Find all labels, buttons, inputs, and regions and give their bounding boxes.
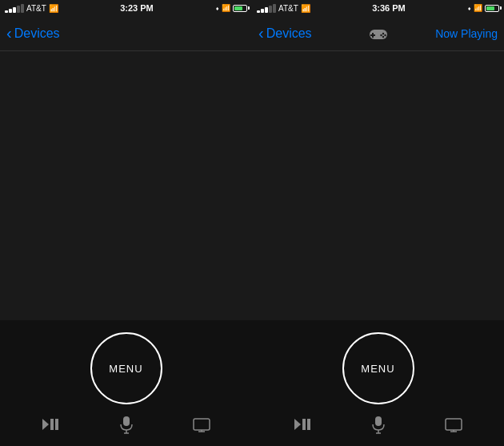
status-bar-1: AT&T 📶 3:23 PM ⬧ 📶: [0, 0, 252, 16]
battery-fill-1: [234, 6, 242, 10]
carrier-2: AT&T: [278, 4, 298, 13]
svg-rect-2: [55, 419, 58, 430]
status-right-1: ⬧ 📶: [215, 4, 247, 12]
back-label-1: Devices: [14, 26, 60, 41]
screen-button-2[interactable]: [445, 418, 462, 432]
screen-button-1[interactable]: [193, 418, 210, 432]
bottom-controls-2: MENU: [252, 320, 504, 446]
back-label-2: Devices: [266, 26, 312, 41]
svg-rect-17: [302, 419, 306, 430]
time-1: 3:23 PM: [120, 3, 154, 13]
main-content-1: [0, 51, 252, 320]
back-button-2[interactable]: ‹ Devices: [258, 26, 312, 41]
signal-right-icon-2: 📶: [474, 4, 482, 12]
battery-fill-2: [486, 6, 494, 10]
wifi-icon-2: 📶: [301, 4, 310, 13]
menu-button-2[interactable]: MENU: [342, 332, 414, 404]
status-right-2: ⬧ 📶: [467, 4, 499, 12]
svg-rect-6: [194, 419, 210, 430]
svg-point-15: [382, 35, 383, 37]
svg-point-13: [384, 34, 386, 35]
menu-button-1[interactable]: MENU: [90, 332, 162, 404]
nav-bar-2: ‹ Devices Now Playing: [252, 16, 504, 51]
battery-1: [233, 5, 247, 12]
svg-rect-22: [446, 419, 462, 430]
svg-rect-1: [50, 419, 54, 430]
svg-rect-19: [375, 416, 382, 426]
signal-2: [257, 4, 276, 13]
screen-1: AT&T 📶 3:23 PM ⬧ 📶 ‹ Devices MENU: [0, 0, 252, 446]
bluetooth-icon-2: ⬧: [467, 4, 471, 12]
svg-rect-18: [307, 419, 310, 430]
svg-rect-11: [370, 34, 375, 36]
back-button-1[interactable]: ‹ Devices: [6, 26, 60, 41]
play-pause-button-2[interactable]: [294, 419, 312, 432]
gamepad-icon[interactable]: [367, 26, 390, 42]
svg-point-14: [380, 34, 382, 35]
signal-right-icon-1: 📶: [222, 4, 230, 12]
svg-marker-16: [294, 419, 301, 430]
wifi-icon-1: 📶: [49, 4, 58, 13]
nav-center-2: [367, 26, 390, 42]
menu-label-1: MENU: [109, 363, 142, 375]
mic-button-1[interactable]: [120, 416, 133, 434]
now-playing-button[interactable]: Now Playing: [435, 27, 498, 40]
bottom-icons-2: [252, 416, 504, 438]
time-2: 3:36 PM: [372, 3, 406, 13]
screen-2: AT&T 📶 3:36 PM ⬧ 📶 ‹ Devices: [252, 0, 504, 446]
bluetooth-icon-1: ⬧: [215, 4, 219, 12]
bottom-controls-1: MENU: [0, 320, 252, 446]
menu-label-2: MENU: [361, 363, 394, 375]
mic-button-2[interactable]: [372, 416, 385, 434]
status-left-1: AT&T 📶: [5, 4, 58, 13]
play-pause-button-1[interactable]: [42, 419, 60, 432]
status-left-2: AT&T 📶: [257, 4, 310, 13]
svg-rect-3: [123, 416, 130, 426]
battery-2: [485, 5, 499, 12]
bottom-icons-1: [0, 416, 252, 438]
back-chevron-2: ‹: [258, 25, 264, 41]
back-chevron-1: ‹: [6, 25, 12, 41]
svg-marker-0: [42, 419, 49, 430]
carrier-1: AT&T: [26, 4, 46, 13]
main-content-2: [252, 51, 504, 320]
status-bar-2: AT&T 📶 3:36 PM ⬧ 📶: [252, 0, 504, 16]
nav-bar-1: ‹ Devices: [0, 16, 252, 51]
svg-point-12: [382, 32, 383, 34]
signal-1: [5, 4, 24, 13]
